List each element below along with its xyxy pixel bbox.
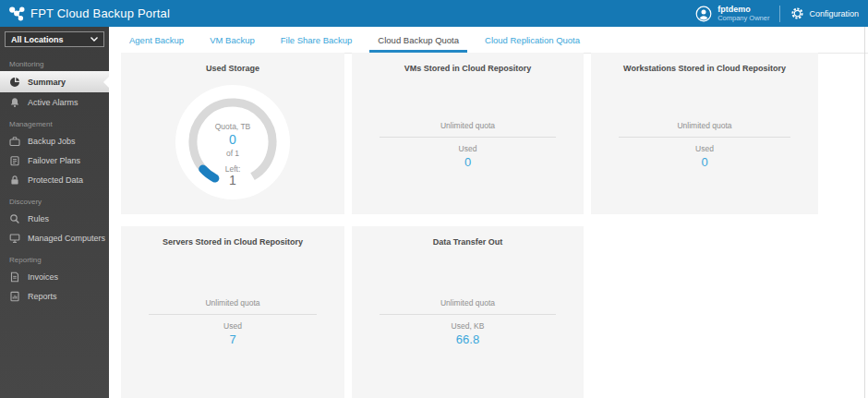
- location-selector-value: All Locations: [11, 35, 64, 44]
- tab-bar: Agent Backup VM Backup File Share Backup…: [121, 27, 868, 54]
- card-title: Used Storage: [121, 53, 344, 73]
- card-data-transfer-out: Data Transfer Out Unlimited quota Used, …: [352, 226, 584, 398]
- card-divider: [380, 137, 556, 138]
- quota-text: Unlimited quota: [352, 298, 584, 308]
- tab-file-share-backup[interactable]: File Share Backup: [272, 29, 361, 53]
- app-title: FPT Cloud Backup Portal: [30, 6, 170, 20]
- quota-cards-grid: Used Storage Quota, TB 0 of 1 Left: 1 VM…: [121, 53, 818, 398]
- tab-cloud-replication-quota[interactable]: Cloud Replication Quota: [476, 29, 588, 53]
- gauge-used-value: 0: [175, 132, 290, 147]
- scrollbar-track-line: [864, 27, 865, 398]
- used-value: 66.8: [352, 332, 584, 346]
- sidebar-section-discovery: Discovery: [0, 189, 109, 209]
- used-value: 7: [121, 332, 344, 346]
- used-label: Used: [121, 321, 344, 331]
- computer-icon: [9, 233, 20, 244]
- tab-vm-backup[interactable]: VM Backup: [201, 29, 263, 53]
- user-name: fptdemo: [717, 5, 769, 14]
- sidebar-item-label: Summary: [28, 78, 66, 87]
- user-menu[interactable]: fptdemo Company Owner: [695, 5, 769, 22]
- sidebar-item-label: Reports: [28, 292, 57, 301]
- main-content: Agent Backup VM Backup File Share Backup…: [109, 27, 868, 398]
- sidebar-item-label: Invoices: [28, 272, 58, 282]
- card-used-storage: Used Storage Quota, TB 0 of 1 Left: 1: [121, 53, 344, 214]
- app-logo: FPT Cloud Backup Portal: [9, 6, 170, 21]
- user-icon: [695, 6, 712, 22]
- card-workstations-stored: Workstations Stored in Cloud Repository …: [591, 53, 818, 214]
- location-selector[interactable]: All Locations: [5, 31, 104, 47]
- quota-text: Unlimited quota: [352, 121, 584, 130]
- card-title: VMs Stored in Cloud Repository: [352, 53, 584, 73]
- quota-text: Unlimited quota: [591, 121, 818, 130]
- configuration-button[interactable]: Configuration: [790, 6, 859, 20]
- configuration-label: Configuration: [809, 9, 859, 18]
- sidebar: All Locations Monitoring Summary Active …: [0, 27, 109, 398]
- sidebar-item-protected-data[interactable]: Protected Data: [0, 170, 109, 189]
- sidebar-item-label: Managed Computers: [28, 234, 105, 243]
- app-header: FPT Cloud Backup Portal fptdemo Company …: [0, 0, 868, 27]
- card-divider: [380, 314, 556, 315]
- sidebar-item-rules[interactable]: Rules: [0, 209, 109, 228]
- chevron-down-icon: [90, 37, 98, 42]
- sidebar-item-active-alarms[interactable]: Active Alarms: [0, 92, 109, 112]
- sidebar-section-management: Management: [0, 112, 109, 131]
- gauge-left-value: 1: [175, 173, 290, 187]
- card-vms-stored: VMs Stored in Cloud Repository Unlimited…: [352, 53, 584, 214]
- card-divider: [149, 314, 317, 315]
- clipboard-icon: [9, 155, 20, 166]
- sidebar-section-reporting: Reporting: [0, 247, 109, 267]
- sidebar-item-summary[interactable]: Summary: [0, 71, 109, 92]
- used-label: Used, KB: [352, 321, 584, 331]
- molecule-logo-icon: [9, 6, 25, 21]
- user-role: Company Owner: [717, 14, 769, 22]
- sidebar-item-reports[interactable]: Reports: [0, 286, 109, 306]
- sidebar-item-label: Active Alarms: [28, 98, 78, 107]
- sidebar-item-failover-plans[interactable]: Failover Plans: [0, 151, 109, 170]
- sidebar-item-label: Rules: [28, 214, 49, 223]
- sidebar-item-label: Backup Jobs: [28, 137, 76, 146]
- magnifier-icon: [9, 213, 20, 224]
- sidebar-item-backup-jobs[interactable]: Backup Jobs: [0, 131, 109, 151]
- used-value: 0: [352, 155, 584, 169]
- header-divider: [779, 6, 780, 22]
- sidebar-item-managed-computers[interactable]: Managed Computers: [0, 228, 109, 247]
- tab-cloud-backup-quota[interactable]: Cloud Backup Quota: [369, 29, 467, 53]
- card-servers-stored: Servers Stored in Cloud Repository Unlim…: [121, 226, 344, 398]
- card-title: Workstations Stored in Cloud Repository: [591, 53, 818, 73]
- used-label: Used: [352, 144, 584, 153]
- pie-chart-icon: [9, 77, 20, 88]
- gear-icon: [790, 6, 804, 20]
- sidebar-section-monitoring: Monitoring: [0, 52, 109, 71]
- invoice-icon: [9, 271, 20, 283]
- quota-text: Unlimited quota: [121, 298, 344, 308]
- used-label: Used: [591, 144, 818, 153]
- briefcase-icon: [9, 136, 20, 147]
- bell-icon: [9, 97, 20, 108]
- lock-icon: [9, 175, 20, 186]
- report-icon: [9, 291, 20, 302]
- card-divider: [619, 137, 790, 138]
- card-title: Data Transfer Out: [352, 226, 584, 247]
- card-title: Servers Stored in Cloud Repository: [121, 226, 344, 247]
- used-value: 0: [591, 155, 818, 169]
- sidebar-item-label: Failover Plans: [28, 156, 80, 165]
- gauge-quota-label: Quota, TB: [175, 122, 290, 131]
- sidebar-item-invoices[interactable]: Invoices: [0, 267, 109, 286]
- tab-agent-backup[interactable]: Agent Backup: [121, 29, 192, 53]
- storage-gauge: Quota, TB 0 of 1 Left: 1: [175, 85, 290, 199]
- gauge-of-label: of 1: [175, 149, 290, 158]
- sidebar-item-label: Protected Data: [28, 175, 83, 185]
